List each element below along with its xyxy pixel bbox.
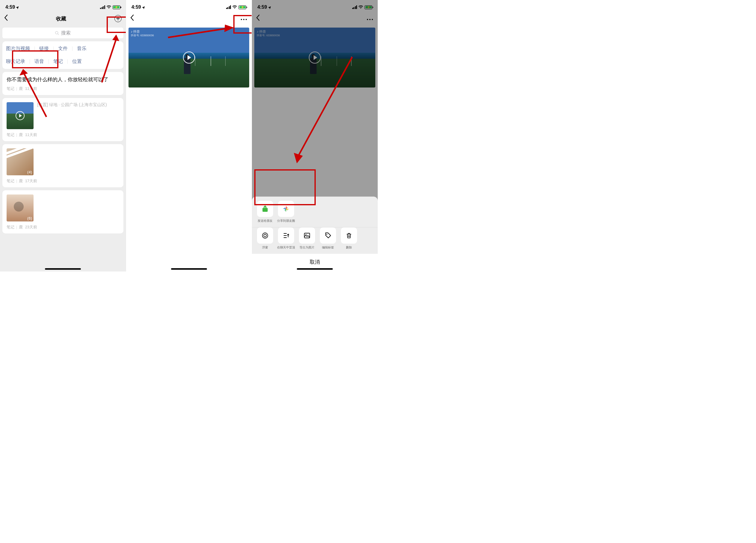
watermark-id: 抖音号: 633650036 (131, 34, 154, 37)
wifi-icon (232, 5, 237, 10)
favorite-item[interactable]: (4) 笔记|鹿 17天前 (2, 144, 123, 187)
svg-point-12 (306, 234, 306, 235)
status-time: 4:59 (131, 4, 141, 10)
more-button[interactable] (240, 16, 247, 21)
favorite-item[interactable]: 你不需要成为什么样的人，你放轻松就可以了 笔记|鹿 11天前 (2, 72, 123, 95)
image-icon (303, 232, 311, 239)
video-player[interactable]: ♪ 抖音 抖音号: 633650036 (128, 28, 250, 87)
nav-bar: 收藏 (0, 12, 126, 26)
add-button[interactable] (114, 15, 122, 22)
action-sheet: 发送给朋友 分享到朋友圈 浮窗 (252, 196, 378, 272)
screen-share-sheet: 4:59 ➤ ⚡ ♪ 抖音 抖音号: 633650036 (252, 0, 378, 272)
status-time: 4:59 (5, 4, 15, 10)
tag-icon (324, 232, 332, 239)
filter-chatlog[interactable]: 聊天记录 (6, 58, 25, 65)
svg-point-9 (262, 233, 268, 238)
send-icon (261, 205, 269, 213)
action-float[interactable]: 浮窗 (256, 227, 274, 249)
status-bar: 4:59 ➤ ⚡ (0, 0, 126, 12)
filter-music[interactable]: 音乐 (77, 46, 87, 52)
favorite-item[interactable]: (6) 笔记|鹿 23天前 (2, 190, 123, 233)
share-to-moments[interactable]: 分享到朋友圈 (277, 201, 295, 223)
screen-favorite-detail: 4:59 ➤ ⚡ ♪ 抖音 抖音号: 633650036 (126, 0, 252, 272)
pin-top-icon (282, 232, 290, 239)
svg-point-10 (264, 234, 267, 237)
trash-icon (346, 232, 352, 239)
battery-icon: ⚡ (113, 5, 120, 9)
page-title: 收藏 (56, 15, 66, 22)
screen-favorites: 4:59 ➤ ⚡ 收藏 搜索 (0, 0, 126, 272)
favorite-title: 你不需要成为什么样的人，你放轻松就可以了 (7, 76, 119, 83)
home-indicator[interactable] (297, 268, 333, 270)
action-export-image[interactable]: 导出为图片 (298, 227, 316, 249)
image-thumbnail[interactable]: (6) (7, 194, 34, 221)
filter-links[interactable]: 链接 (39, 46, 49, 52)
nav-bar (126, 12, 252, 26)
watermark-app: ♪ 抖音 (131, 29, 140, 34)
wifi-icon (106, 5, 111, 10)
battery-icon: ⚡ (238, 5, 246, 9)
filter-location[interactable]: 位置 (72, 58, 82, 65)
svg-line-1 (58, 34, 59, 35)
action-delete[interactable]: 删除 (340, 227, 358, 249)
back-button[interactable] (4, 14, 8, 23)
image-thumbnail[interactable]: (4) (7, 148, 34, 175)
filter-images-video[interactable]: 图片与视频 (6, 46, 30, 52)
play-icon (16, 111, 25, 120)
float-window-icon (261, 232, 269, 239)
svg-point-0 (55, 31, 58, 34)
favorite-item[interactable]: [位置] 绿地 · 公园广场 (上海市宝山区) 笔记|鹿 11天前 (2, 98, 123, 141)
signal-icon (226, 5, 231, 9)
action-edit-tag[interactable]: 编辑标签 (319, 227, 337, 249)
search-input[interactable]: 搜索 (2, 28, 123, 38)
filter-card: 图片与视频 链接 文件 音乐 聊天记录 语音 笔记 位置 (2, 41, 123, 69)
action-pin-chat[interactable]: 在聊天中置顶 (277, 227, 295, 249)
moments-icon (282, 205, 290, 213)
filter-files[interactable]: 文件 (58, 46, 68, 52)
play-icon (183, 52, 195, 63)
signal-icon (100, 5, 105, 9)
filter-voice[interactable]: 语音 (34, 58, 44, 65)
share-to-friend[interactable]: 发送给朋友 (256, 201, 274, 223)
video-thumbnail[interactable] (7, 102, 34, 129)
home-indicator[interactable] (171, 268, 207, 270)
favorite-location: [位置] 绿地 · 公园广场 (上海市宝山区) (37, 102, 107, 129)
svg-point-13 (326, 234, 327, 234)
status-bar: 4:59 ➤ ⚡ (126, 0, 252, 12)
filter-notes[interactable]: 笔记 (53, 58, 63, 65)
svg-rect-11 (304, 233, 310, 238)
search-placeholder: 搜索 (61, 30, 71, 36)
back-button[interactable] (130, 14, 134, 23)
home-indicator[interactable] (45, 268, 81, 270)
